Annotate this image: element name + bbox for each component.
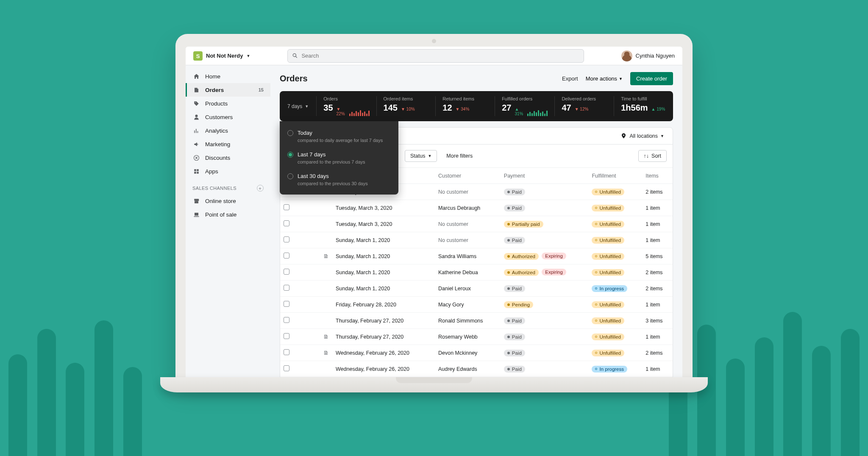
sidebar-item-home[interactable]: Home: [186, 70, 270, 83]
cell-items: 2 items: [642, 345, 673, 361]
metric-orders[interactable]: Orders 35 ▼ 22%: [317, 96, 376, 116]
table-row[interactable]: Sunday, March 1, 2020 Katherine Debua Au…: [280, 264, 673, 281]
cell-items: 5 items: [642, 248, 673, 264]
table-row[interactable]: 🗎 Thursday, February 27, 2020 Rosemary W…: [280, 329, 673, 345]
nav-label: Analytics: [205, 128, 228, 134]
payment-badge: Paid: [504, 334, 525, 340]
sidebar-item-customers[interactable]: Customers: [186, 110, 270, 124]
row-checkbox[interactable]: [284, 253, 289, 259]
cell-date: Tuesday, March 3, 2020: [332, 200, 435, 216]
fulfillment-badge: In progress: [592, 285, 627, 292]
delta-indicator: ▲ 19%: [651, 107, 665, 111]
sidebar-item-analytics[interactable]: Analytics: [186, 124, 270, 137]
payment-badge: Authorized: [504, 253, 539, 260]
orders-table: Customer Payment Fulfillment Items 🗎 Thu…: [280, 168, 673, 377]
search-input-wrap[interactable]: [287, 49, 584, 63]
user-name: Cynthia Nguyen: [636, 53, 675, 59]
payment-badge: Pending: [504, 301, 533, 308]
metric-delivered orders[interactable]: Delivered orders 47 ▼ 12%: [555, 96, 614, 116]
row-checkbox[interactable]: [284, 236, 289, 242]
cell-date: Sunday, March 1, 2020: [332, 248, 435, 264]
row-checkbox[interactable]: [284, 317, 289, 323]
cell-customer: Katherine Debua: [435, 264, 501, 281]
nav-label: Marketing: [205, 141, 230, 147]
sidebar-item-online store[interactable]: Online store: [186, 194, 270, 208]
col-fulfillment[interactable]: Fulfillment: [588, 168, 642, 184]
row-checkbox[interactable]: [284, 301, 289, 307]
export-button[interactable]: Export: [562, 75, 578, 82]
metric-returned items[interactable]: Returned items 12 ▼ 34%: [436, 96, 495, 116]
metric-fulfilled orders[interactable]: Fulfilled orders 27 ▲ 31%: [495, 96, 555, 116]
row-checkbox[interactable]: [284, 349, 289, 355]
fulfillment-badge: Unfulfilled: [592, 269, 624, 276]
fulfillment-badge: Unfulfilled: [592, 237, 624, 244]
laptop-base: [160, 377, 708, 392]
range-option-today[interactable]: Today compared to daily average for last…: [280, 125, 398, 147]
nav-label: Home: [205, 73, 220, 80]
delta-indicator: ▲ 31%: [515, 107, 523, 116]
sidebar-item-products[interactable]: Products: [186, 97, 270, 110]
table-row[interactable]: Wednesday, February 26, 2020 Audrey Edwa…: [280, 361, 673, 377]
status-filter[interactable]: Status ▼: [405, 150, 437, 162]
row-checkbox[interactable]: [284, 333, 289, 339]
sidebar-item-orders[interactable]: Orders 15: [186, 83, 270, 97]
delta-indicator: ▼ 10%: [401, 107, 415, 111]
cell-date: Wednesday, February 26, 2020: [332, 345, 435, 361]
cell-items: 1 item: [642, 297, 673, 313]
add-channel-button[interactable]: ＋: [257, 185, 264, 192]
table-row[interactable]: Tuesday, March 3, 2020 Marcus Debraugh P…: [280, 200, 673, 216]
date-range-selector[interactable]: 7 days ▼: [280, 96, 317, 116]
more-actions-button[interactable]: More actions ▼: [586, 75, 623, 82]
create-order-button[interactable]: Create order: [630, 72, 673, 85]
row-checkbox[interactable]: [284, 365, 289, 371]
more-filters-button[interactable]: More filters: [441, 150, 478, 161]
payment-badge: Paid: [504, 350, 525, 356]
cell-customer: Macy Gory: [435, 297, 501, 313]
cell-customer: Daniel Leroux: [435, 281, 501, 297]
cell-items: 1 item: [642, 361, 673, 377]
location-filter[interactable]: All locations ▼: [614, 128, 671, 144]
sidebar-item-marketing[interactable]: Marketing: [186, 137, 270, 151]
location-pin-icon: [620, 133, 627, 139]
table-row[interactable]: Sunday, March 1, 2020 Daniel Leroux Paid…: [280, 281, 673, 297]
delta-indicator: ▼ 34%: [456, 107, 470, 111]
date-range-dropdown: Today compared to daily average for last…: [280, 121, 398, 195]
table-row[interactable]: Friday, February 28, 2020 Macy Gory Pend…: [280, 297, 673, 313]
search-input[interactable]: [301, 53, 579, 59]
col-payment[interactable]: Payment: [501, 168, 589, 184]
sort-button[interactable]: ↑↓ Sort: [638, 150, 667, 162]
cell-payment: Paid: [501, 184, 589, 200]
cell-payment: Authorized Expiring: [501, 264, 589, 281]
row-checkbox[interactable]: [284, 220, 289, 226]
row-checkbox[interactable]: [284, 269, 289, 275]
table-row[interactable]: 🗎 Sunday, March 1, 2020 Sandra Williams …: [280, 248, 673, 264]
table-row[interactable]: Sunday, March 1, 2020 No customer Paid U…: [280, 232, 673, 248]
range-option-last 7 days[interactable]: Last 7 days compared to the previous 7 d…: [280, 147, 398, 169]
avatar: [621, 50, 632, 61]
user-menu[interactable]: Cynthia Nguyen: [621, 50, 675, 61]
sidebar-item-discounts[interactable]: Discounts: [186, 151, 270, 164]
col-customer[interactable]: Customer: [435, 168, 501, 184]
sidebar-item-point of sale[interactable]: Point of sale: [186, 208, 270, 221]
metric-ordered items[interactable]: Ordered items 145 ▼ 10%: [377, 96, 436, 116]
table-row[interactable]: Tuesday, March 3, 2020 No customer Parti…: [280, 216, 673, 232]
table-row[interactable]: 🗎 Wednesday, February 26, 2020 Devon Mck…: [280, 345, 673, 361]
payment-badge: Authorized: [504, 269, 539, 276]
cell-items: 1 item: [642, 329, 673, 345]
cell-fulfillment: Unfulfilled: [588, 216, 642, 232]
apps-icon: [192, 167, 200, 175]
orders-icon: [192, 86, 200, 94]
table-row[interactable]: Thursday, February 27, 2020 Ronald Simmm…: [280, 313, 673, 329]
cell-customer: No customer: [435, 232, 501, 248]
metric-time to fulfill[interactable]: Time to fulfill 1h56m ▲ 19%: [614, 96, 673, 116]
radio-icon: [287, 152, 293, 158]
sidebar-item-apps[interactable]: Apps: [186, 164, 270, 178]
cell-items: 2 items: [642, 281, 673, 297]
row-checkbox[interactable]: [284, 204, 289, 210]
store-switcher[interactable]: Not Not Nerdy ▼: [193, 51, 250, 61]
col-items[interactable]: Items: [642, 168, 673, 184]
pos-icon: [192, 211, 200, 218]
range-option-last 30 days[interactable]: Last 30 days compared to the previous 30…: [280, 169, 398, 190]
row-checkbox[interactable]: [284, 285, 289, 291]
camera-notch: [432, 39, 436, 43]
